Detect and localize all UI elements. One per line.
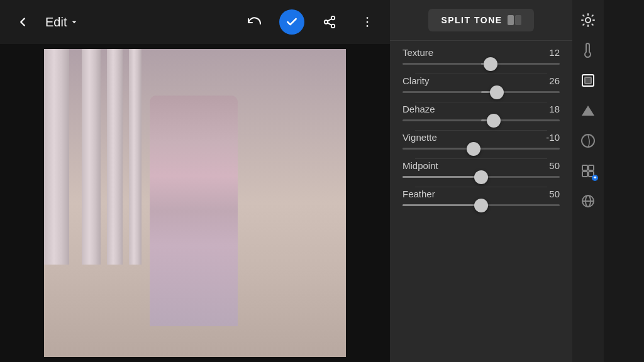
grid-star-icon-btn[interactable]: ✦: [575, 158, 601, 184]
share-button[interactable]: [317, 9, 342, 35]
divider-5: [415, 187, 547, 187]
globe-icon-btn[interactable]: [575, 189, 601, 214]
feather-header: Feather 50: [402, 189, 560, 199]
clarity-track[interactable]: [402, 91, 560, 93]
image-container: [0, 44, 390, 362]
midpoint-value: 50: [549, 160, 560, 171]
svg-line-11: [583, 15, 584, 16]
photo: [44, 49, 346, 357]
top-bar-right: [242, 9, 380, 35]
dehaze-label: Dehaze: [402, 104, 435, 114]
divider-3: [415, 130, 547, 131]
texture-header: Texture 12: [402, 47, 560, 58]
clarity-label: Clarity: [402, 75, 430, 86]
edit-dropdown[interactable]: Edit: [45, 15, 79, 30]
dehaze-header: Dehaze 18: [402, 104, 560, 114]
midpoint-header: Midpoint 50: [402, 160, 560, 171]
texture-value: 12: [549, 47, 560, 58]
svg-line-15: [583, 24, 584, 25]
photo-background: [44, 49, 346, 357]
svg-rect-21: [589, 165, 594, 170]
svg-line-3: [328, 23, 331, 25]
svg-rect-18: [585, 77, 591, 84]
clarity-slider-row: Clarity 26: [402, 75, 560, 93]
vignette-track[interactable]: [402, 148, 560, 150]
svg-line-4: [328, 19, 331, 21]
texture-slider-row: Texture 12: [402, 47, 560, 65]
arch-col-3: [107, 49, 123, 265]
midpoint-thumb[interactable]: [474, 170, 488, 184]
feather-slider-row: Feather 50: [402, 189, 560, 206]
texture-label: Texture: [402, 47, 433, 58]
right-toolbar: ✦: [572, 0, 604, 362]
vignette-slider-row: Vignette -10: [402, 132, 560, 150]
confirm-button[interactable]: [279, 9, 304, 35]
split-tone-button[interactable]: SPLIT TONE: [428, 9, 533, 31]
svg-point-7: [367, 25, 369, 27]
midpoint-fill: [402, 176, 481, 178]
svg-rect-20: [582, 165, 587, 170]
vignette-value: -10: [546, 132, 560, 143]
vignette-icon-btn[interactable]: [575, 68, 601, 93]
svg-marker-19: [582, 106, 594, 116]
dehaze-thumb[interactable]: [487, 114, 501, 128]
svg-point-5: [367, 17, 369, 19]
dehaze-track[interactable]: [402, 119, 560, 121]
arch-col-4: [129, 49, 142, 265]
edit-label-text: Edit: [45, 15, 67, 30]
back-button[interactable]: [10, 9, 35, 35]
clarity-thumb[interactable]: [490, 85, 504, 99]
midpoint-label: Midpoint: [402, 160, 438, 171]
clarity-header: Clarity 26: [402, 75, 560, 86]
left-panel: Edit: [0, 0, 390, 362]
vignette-thumb[interactable]: [467, 142, 480, 156]
split-tone-label: SPLIT TONE: [441, 15, 502, 25]
feather-fill: [402, 204, 481, 206]
arch-col-1: [44, 49, 69, 265]
split-tone-icon: [508, 15, 521, 25]
vignette-label: Vignette: [402, 132, 437, 143]
person-figure: [150, 96, 238, 327]
svg-line-16: [592, 15, 592, 16]
vignette-header: Vignette -10: [402, 132, 560, 143]
feather-label: Feather: [402, 189, 435, 199]
dehaze-value: 18: [549, 104, 560, 114]
midpoint-track[interactable]: [402, 176, 560, 178]
midpoint-slider-row: Midpoint 50: [402, 160, 560, 178]
more-button[interactable]: [355, 9, 380, 35]
sun-icon-btn[interactable]: [575, 8, 601, 33]
top-bar: Edit: [0, 0, 390, 44]
divider-1: [415, 74, 547, 74]
dehaze-slider-row: Dehaze 18: [402, 104, 560, 121]
arch-col-2: [82, 49, 101, 265]
svg-rect-22: [582, 172, 587, 177]
texture-track[interactable]: [402, 63, 560, 65]
divider-4: [415, 158, 547, 159]
clarity-value: 26: [549, 75, 560, 86]
split-tone-header: SPLIT TONE: [390, 0, 572, 41]
triangle-icon-btn[interactable]: [575, 98, 601, 123]
svg-line-12: [592, 24, 592, 25]
svg-point-6: [367, 21, 369, 23]
divider-2: [415, 102, 547, 102]
controls-panel: SPLIT TONE Texture 12 Clarity 26: [390, 0, 572, 362]
lens-icon-btn[interactable]: [575, 128, 601, 153]
feather-track[interactable]: [402, 204, 560, 206]
thermometer-icon-btn[interactable]: [575, 38, 601, 63]
texture-thumb[interactable]: [484, 57, 497, 71]
top-bar-left: Edit: [10, 9, 231, 35]
undo-button[interactable]: [242, 9, 267, 35]
feather-thumb[interactable]: [474, 199, 488, 212]
feather-value: 50: [549, 189, 560, 199]
svg-point-8: [586, 18, 591, 23]
sliders-section: Texture 12 Clarity 26 Dehaze: [390, 41, 572, 221]
